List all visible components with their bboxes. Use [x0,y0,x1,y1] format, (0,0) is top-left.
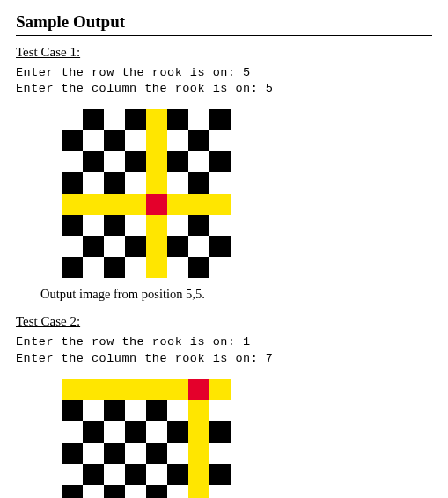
board-cell [104,194,125,215]
board-cell [188,172,209,194]
board-cell [62,443,83,464]
board-cell [62,464,83,485]
board-cell [125,109,146,130]
board-cell [83,215,104,236]
board-cell [146,172,167,194]
board-cell [104,400,125,421]
board-cell [209,215,231,236]
test-case-label: Test Case 1: [16,45,432,60]
board-cell [125,151,146,172]
board-cell [167,151,188,172]
board-cell [62,172,83,194]
board-cell [83,172,104,194]
board-wrap [62,109,432,278]
board-cell [125,257,146,278]
prompt-col-line: Enter the column the rook is on: 5 [16,81,432,97]
board-cell [104,257,125,278]
board-cell [146,485,167,498]
board-cell [209,194,231,215]
test-case-label: Test Case 2: [16,314,432,329]
board-cell [62,421,83,443]
test-case-1: Test Case 1: Enter the row the rook is o… [16,45,432,302]
board-cell [146,215,167,236]
board-cell [209,485,231,498]
board-cell [146,194,167,215]
board-cell [167,485,188,498]
board-cell [104,421,125,443]
board-cell [104,443,125,464]
board-cell [125,485,146,498]
board-cell [188,130,209,151]
board-cell [83,421,104,443]
board-cell [188,215,209,236]
chessboard [62,109,231,278]
board-cell [83,109,104,130]
board-cell [125,194,146,215]
board-cell [167,443,188,464]
board-cell [188,236,209,257]
board-cell [188,151,209,172]
board-cell [83,151,104,172]
board-cell [209,109,231,130]
board-cell [125,421,146,443]
board-cell [188,379,209,400]
board-cell [209,464,231,485]
board-cell [125,236,146,257]
board-cell [188,400,209,421]
board-cell [62,151,83,172]
board-cell [188,257,209,278]
board-cell [209,236,231,257]
board-cell [104,151,125,172]
board-cell [167,194,188,215]
board-cell [209,130,231,151]
board-cell [188,464,209,485]
board-cell [146,379,167,400]
prompt-row-line: Enter the row the rook is on: 5 [16,65,432,81]
board-cell [146,236,167,257]
prompt-row-line: Enter the row the rook is on: 1 [16,334,432,350]
board-cell [62,236,83,257]
board-cell [104,109,125,130]
board-cell [104,215,125,236]
board-cell [209,400,231,421]
board-cell [167,464,188,485]
board-cell [125,400,146,421]
heading-rule [16,35,432,36]
board-cell [167,379,188,400]
board-cell [146,464,167,485]
board-cell [104,379,125,400]
board-cell [188,194,209,215]
board-cell [62,257,83,278]
board-cell [146,130,167,151]
board-cell [125,443,146,464]
board-cell [167,421,188,443]
board-cell [125,215,146,236]
board-cell [209,257,231,278]
board-wrap [62,379,432,498]
board-cell [146,109,167,130]
test-case-2: Test Case 2: Enter the row the rook is o… [16,314,432,498]
board-cell [83,257,104,278]
board-cell [209,421,231,443]
board-cell [125,379,146,400]
board-cell [83,400,104,421]
board-cell [209,172,231,194]
board-cell [167,172,188,194]
board-cell [104,485,125,498]
board-cell [62,194,83,215]
board-cell [146,151,167,172]
board-cell [62,130,83,151]
board-cell [167,400,188,421]
board-cell [62,215,83,236]
board-cell [167,236,188,257]
board-cell [83,194,104,215]
board-cell [83,379,104,400]
board-caption: Output image from position 5,5. [40,287,432,302]
board-cell [125,130,146,151]
board-cell [62,400,83,421]
board-cell [62,379,83,400]
board-cell [104,172,125,194]
board-cell [188,421,209,443]
prompt-col-line: Enter the column the rook is on: 7 [16,351,432,367]
board-cell [104,236,125,257]
